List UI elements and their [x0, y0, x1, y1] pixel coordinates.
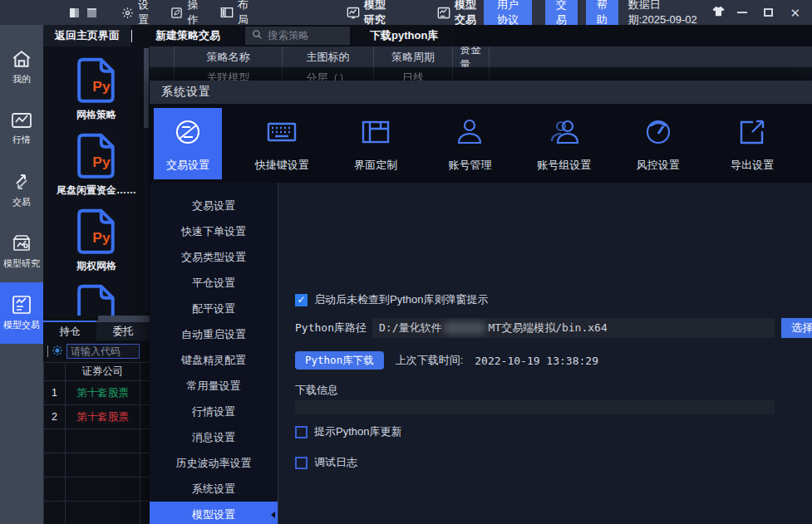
- new-strategy-button[interactable]: 新建策略交易: [134, 25, 242, 47]
- titlebar: 设置 操作 布局: [0, 0, 812, 25]
- last-download-value: 2022-10-19 13:38:29: [475, 355, 598, 367]
- tab-hotkey-settings[interactable]: 快捷键设置: [248, 108, 316, 179]
- tab-export-settings[interactable]: 导出设置: [718, 108, 786, 179]
- menu-item-message[interactable]: 消息设置: [150, 424, 278, 450]
- file-item-partial[interactable]: [43, 282, 150, 316]
- tab-orders[interactable]: 委托: [96, 321, 150, 340]
- positions-table: 证券公司 1 第十套股票 2 第十套股票: [43, 362, 150, 524]
- table-row-empty: [44, 453, 150, 477]
- tab-label: 账号组设置: [537, 158, 591, 173]
- strategy-table: 策略名称 主图标的 策略周期 资金量 关联模型 分层（） 日线: [150, 47, 812, 81]
- column-header-broker[interactable]: 证券公司: [66, 363, 140, 381]
- edit-icon: [170, 7, 183, 19]
- back-home-button[interactable]: 返回主页界面: [43, 25, 131, 47]
- table-row[interactable]: 1 第十套股票: [44, 381, 150, 405]
- debug-check-label: 调试日志: [314, 455, 357, 470]
- theme-shirt-icon[interactable]: [711, 5, 726, 20]
- row-broker-name: 第十套股票: [66, 381, 140, 405]
- file-label: 尾盘闲置资金……: [57, 184, 136, 198]
- model-research-icon: [11, 233, 32, 253]
- table-row-empty: [44, 502, 150, 524]
- col-main-symbol[interactable]: 主图标的: [283, 47, 374, 67]
- sidebar-label: 模型研究: [3, 257, 40, 270]
- sidebar-label: 行情: [12, 134, 31, 146]
- menu-item-trade[interactable]: 交易设置: [150, 193, 278, 218]
- menu-item-system[interactable]: 系统设置: [150, 476, 278, 502]
- file-item-grid-strategy[interactable]: Py 网格策略: [43, 55, 150, 122]
- file-label: 期权网格: [76, 259, 116, 273]
- modal-title: 系统设置: [150, 81, 812, 104]
- python-path-input[interactable]: D:/量化软件 MT交易端模拟/bin.x64: [372, 318, 775, 338]
- account-icon: [453, 115, 486, 151]
- menu-operate[interactable]: 操作: [170, 0, 198, 27]
- menu-item-quick-order[interactable]: 快速下单设置: [150, 218, 278, 244]
- menu-item-hist-volatility[interactable]: 历史波动率设置: [150, 450, 278, 476]
- tab-positions[interactable]: 持仓: [43, 321, 96, 340]
- settings-tab-strip: 交易设置 快捷键设置 界面定制: [150, 104, 812, 183]
- file-panel-scrollbar[interactable]: [144, 48, 149, 312]
- code-input[interactable]: [66, 344, 140, 359]
- titlebar-model-research[interactable]: 模型研究: [347, 0, 391, 27]
- menu-layout[interactable]: 布局: [220, 0, 249, 27]
- minimize-icon[interactable]: [737, 12, 747, 13]
- filter-gear-icon[interactable]: [52, 345, 63, 359]
- svg-text:Py: Py: [92, 78, 111, 95]
- table-row[interactable]: 2 第十套股票: [44, 405, 150, 429]
- menu-item-balance[interactable]: 配平设置: [150, 296, 278, 321]
- sidebar-item-mine[interactable]: 我的: [0, 37, 43, 98]
- menu-item-trade-type[interactable]: 交易类型设置: [150, 244, 278, 270]
- sidebar-item-model-trade[interactable]: 模型交易: [0, 282, 43, 344]
- trade-settings-icon: [171, 115, 204, 151]
- python-path-label: Python库路径: [295, 321, 372, 335]
- table-row-empty: [44, 429, 150, 453]
- menu-item-close-position[interactable]: 平仓设置: [150, 270, 278, 296]
- tab-account-group[interactable]: 账号组设置: [530, 108, 598, 179]
- download-python-button[interactable]: 下载python库: [353, 25, 455, 47]
- strategy-search[interactable]: [245, 27, 350, 45]
- python-download-button[interactable]: Python库下载: [295, 351, 384, 370]
- export-icon: [736, 115, 769, 151]
- tab-interface-custom[interactable]: 界面定制: [342, 108, 410, 179]
- close-icon[interactable]: ✕: [790, 7, 800, 19]
- col-strategy-period[interactable]: 策略周期: [374, 47, 453, 67]
- update-check-label: 提示Python库更新: [314, 424, 401, 439]
- checkbox-checked-icon[interactable]: [295, 294, 308, 306]
- tab-risk-control[interactable]: 风控设置: [624, 108, 692, 179]
- choose-path-button[interactable]: 选择路径: [781, 318, 812, 338]
- gear-icon: [121, 7, 134, 19]
- col-strategy-name[interactable]: 策略名称: [175, 47, 283, 67]
- file-item-idle-funds[interactable]: Py 尾盘闲置资金……: [43, 130, 150, 198]
- tab-label: 界面定制: [354, 158, 397, 173]
- sidebar-item-trade[interactable]: 交易: [0, 159, 43, 221]
- file-label: 网格策略: [76, 108, 116, 122]
- search-input[interactable]: [268, 30, 342, 42]
- menu-item-keyboard-wizard[interactable]: 键盘精灵配置: [150, 347, 278, 373]
- menu-layout-label: 布局: [238, 0, 249, 27]
- home-icon: [11, 49, 32, 69]
- menu-settings[interactable]: 设置: [121, 0, 149, 27]
- titlebar-model-trade[interactable]: 模型交易: [437, 0, 481, 27]
- censored-text-blur: [443, 322, 486, 334]
- menu-item-market[interactable]: 行情设置: [150, 399, 278, 424]
- sidebar-item-model-research[interactable]: 模型研究: [0, 221, 43, 282]
- menu-item-model[interactable]: 模型设置: [150, 502, 278, 524]
- menu-item-common-qty[interactable]: 常用量设置: [150, 373, 278, 399]
- chart-doc-icon: [437, 7, 450, 19]
- tab-trade-settings[interactable]: 交易设置: [154, 108, 222, 179]
- menu-item-auto-restart[interactable]: 自动重启设置: [150, 321, 278, 347]
- tab-label: 风控设置: [637, 158, 680, 173]
- trade-arrows-icon: [12, 172, 32, 192]
- file-item-option-grid[interactable]: Py 期权网格: [43, 206, 150, 273]
- positions-panel: 持仓 委托 证券公司 1 第十套股票: [43, 321, 150, 524]
- python-file-icon: Py: [73, 206, 120, 257]
- sidebar-item-market[interactable]: 行情: [0, 98, 43, 159]
- tab-account-manage[interactable]: 账号管理: [436, 108, 504, 179]
- model-trade-icon: [11, 295, 32, 315]
- titlebar-model-trade-label: 模型交易: [455, 0, 481, 27]
- checkbox-unchecked-icon[interactable]: [295, 457, 308, 469]
- checkbox-unchecked-icon[interactable]: [295, 426, 308, 438]
- maximize-icon[interactable]: [764, 8, 773, 17]
- svg-text:Py: Py: [92, 229, 111, 246]
- download-row: Python库下载 上次下载时间: 2022-10-19 13:38:29: [295, 351, 598, 370]
- col-funds[interactable]: 资金量: [453, 47, 490, 67]
